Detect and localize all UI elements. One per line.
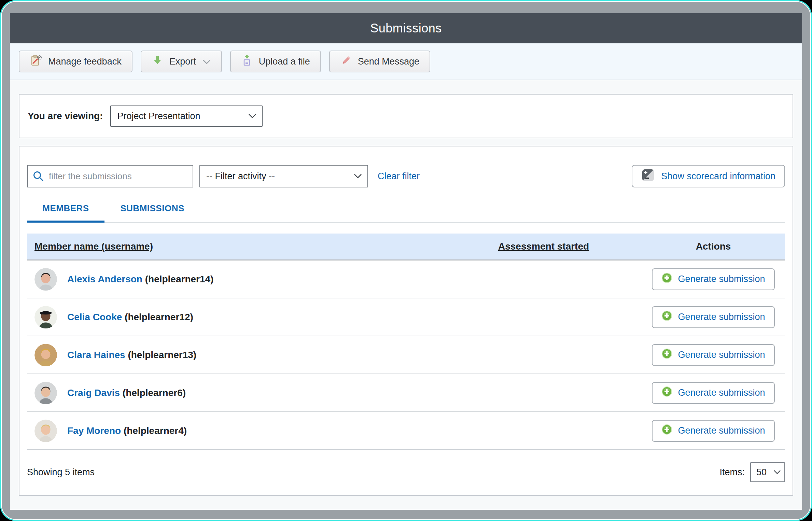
avatar (34, 306, 57, 328)
member-username: (helplearner6) (123, 388, 186, 398)
member-name-link[interactable]: Craig Davis (67, 388, 120, 398)
table-row: Craig Davis (helplearner6) Generate subm… (27, 374, 785, 412)
viewing-label: You are viewing: (28, 111, 103, 122)
viewing-select-wrap: Project Presentation (110, 105, 263, 127)
member-name-link[interactable]: Alexis Anderson (67, 274, 142, 284)
member-username: (helplearner12) (125, 312, 193, 322)
page-content: You are viewing: Project Presentation (10, 80, 802, 496)
app-window: Submissions Manage feedback (10, 13, 802, 510)
clear-filter-link[interactable]: Clear filter (378, 171, 420, 182)
table-row: Celia Cooke (helplearner12) Generate sub… (27, 298, 785, 336)
member-name-link[interactable]: Fay Moreno (67, 425, 121, 436)
send-message-icon (340, 55, 352, 69)
column-assessment-started[interactable]: Assessment started (498, 241, 589, 252)
upload-icon (241, 54, 253, 69)
column-actions: Actions (642, 241, 785, 252)
plus-circle-icon (661, 424, 672, 437)
screenshot-frame: Submissions Manage feedback (0, 0, 812, 521)
members-table: Member name (username) Assessment starte… (27, 234, 785, 450)
showing-items-text: Showing 5 items (27, 467, 95, 478)
upload-file-button[interactable]: Upload a file (230, 51, 321, 72)
member-username: (helplearner4) (124, 425, 187, 436)
export-button[interactable]: Export (141, 51, 222, 72)
items-per-page-select[interactable]: 50 (750, 462, 785, 482)
tab-submissions[interactable]: SUBMISSIONS (104, 203, 200, 222)
manage-feedback-icon (30, 54, 42, 69)
avatar (34, 420, 57, 442)
chevron-down-icon (202, 56, 211, 67)
plus-circle-icon (661, 386, 672, 399)
avatar (34, 268, 57, 291)
activity-filter-select[interactable]: -- Filter activity -- (199, 165, 368, 187)
window-bezel: Submissions Manage feedback (0, 0, 812, 521)
filter-row: -- Filter activity -- Clear filter (27, 146, 785, 187)
search-icon (32, 170, 44, 182)
export-label: Export (169, 56, 196, 67)
table-footer: Showing 5 items Items: 50 (27, 462, 785, 495)
toolbar: Manage feedback Export (10, 43, 802, 80)
table-header-row: Member name (username) Assessment starte… (27, 234, 785, 260)
export-icon (152, 55, 163, 69)
show-scorecard-button[interactable]: Show scorecard information (632, 165, 785, 187)
avatar (34, 382, 57, 404)
send-message-label: Send Message (358, 56, 419, 67)
plus-circle-icon (661, 272, 672, 286)
page-header: Submissions (10, 13, 802, 43)
table-row: Fay Moreno (helplearner4) Generate submi… (27, 412, 785, 450)
generate-submission-button[interactable]: Generate submission (652, 306, 774, 328)
member-username: (helplearner13) (128, 350, 196, 360)
search-input[interactable] (48, 171, 193, 182)
tab-members[interactable]: MEMBERS (27, 203, 104, 222)
activity-viewing-select[interactable]: Project Presentation (110, 105, 263, 127)
upload-file-label: Upload a file (259, 56, 310, 67)
plus-circle-icon (661, 310, 672, 324)
send-message-button[interactable]: Send Message (329, 51, 430, 72)
show-scorecard-label: Show scorecard information (661, 171, 775, 182)
generate-submission-button[interactable]: Generate submission (652, 268, 774, 290)
items-per-page-label: Items: (719, 467, 745, 478)
items-select-wrap: 50 (750, 462, 785, 482)
manage-feedback-label: Manage feedback (48, 56, 122, 67)
viewing-panel: You are viewing: Project Presentation (19, 94, 793, 138)
generate-submission-button[interactable]: Generate submission (652, 420, 774, 442)
column-member-name[interactable]: Member name (username) (34, 241, 153, 252)
activity-filter-wrap: -- Filter activity -- (199, 165, 368, 187)
member-username: (helplearner14) (145, 274, 214, 284)
tab-bar: MEMBERS SUBMISSIONS (27, 203, 785, 223)
table-row: Clara Haines (helplearner13) Generate su… (27, 336, 785, 374)
search-box (27, 165, 193, 187)
page-title: Submissions (370, 21, 442, 36)
table-row: Alexis Anderson (helplearner14) Generate… (27, 260, 785, 298)
member-name-link[interactable]: Clara Haines (67, 350, 125, 360)
member-name-link[interactable]: Celia Cooke (67, 312, 122, 322)
generate-submission-button[interactable]: Generate submission (652, 382, 774, 404)
scorecard-icon (641, 168, 655, 184)
avatar (34, 344, 57, 366)
generate-submission-button[interactable]: Generate submission (652, 344, 774, 366)
submissions-panel: -- Filter activity -- Clear filter (19, 146, 793, 496)
plus-circle-icon (661, 348, 672, 362)
manage-feedback-button[interactable]: Manage feedback (19, 51, 132, 72)
